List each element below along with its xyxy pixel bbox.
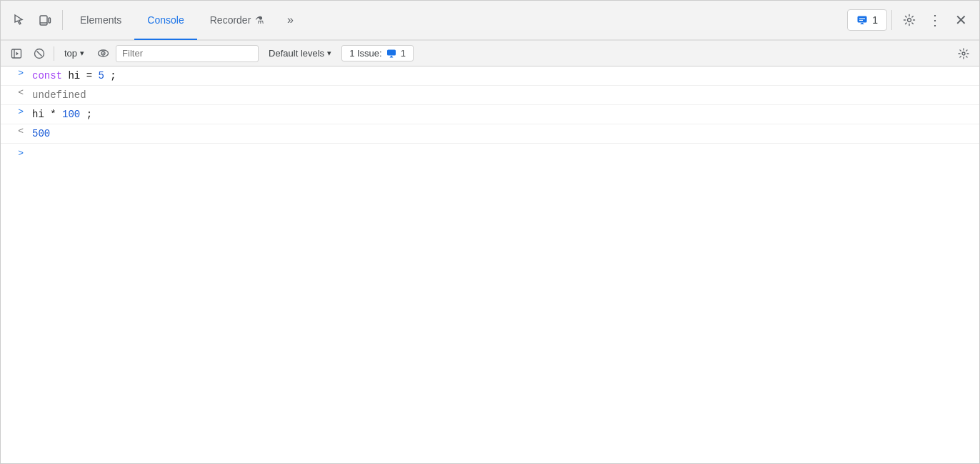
- more-panels-button[interactable]: »: [277, 7, 303, 33]
- console-line-3: > hi * 100 ;: [1, 105, 979, 124]
- frame-selector[interactable]: top ▾: [59, 46, 90, 60]
- settings-button[interactable]: [896, 7, 922, 33]
- identifier-hi: hi: [68, 70, 80, 82]
- live-expressions-button[interactable]: [93, 44, 113, 64]
- more-dots-icon: ⋮: [928, 11, 943, 29]
- close-icon: ✕: [955, 11, 967, 29]
- console-line-2: < undefined: [1, 86, 979, 105]
- console-input-line: >: [1, 144, 979, 162]
- line-content-3: hi * 100 ;: [29, 107, 979, 122]
- input-arrow-1: >: [1, 68, 29, 79]
- recorder-label: Recorder: [210, 14, 251, 26]
- device-icon: [39, 14, 51, 26]
- line-content-4: 500: [29, 126, 979, 142]
- num-100: 100: [62, 109, 80, 120]
- tab-elements[interactable]: Elements: [67, 0, 134, 40]
- input-arrow-2: >: [1, 107, 29, 117]
- filter-input[interactable]: [116, 45, 259, 62]
- console-gear-icon: [958, 48, 969, 59]
- console-line-1: > const hi = 5 ;: [1, 66, 979, 86]
- tab-console[interactable]: Console: [134, 0, 196, 40]
- keyword-const: const: [32, 70, 62, 82]
- clear-icon: [34, 48, 45, 59]
- svg-line-11: [36, 51, 41, 56]
- issues-badge[interactable]: 1 Issue: 1: [341, 45, 414, 61]
- svg-point-14: [102, 53, 104, 54]
- svg-rect-1: [49, 18, 51, 23]
- console-line-4: < 500: [1, 124, 979, 144]
- issues-count: 1: [401, 48, 406, 59]
- sidebar-icon: [11, 48, 22, 59]
- line-content-2: undefined: [29, 87, 979, 103]
- op-semi-2: ;: [86, 109, 92, 120]
- tab-recorder[interactable]: Recorder ⚗: [197, 0, 278, 40]
- toolbar-divider-1: [62, 10, 63, 30]
- messages-count: 1: [872, 14, 878, 26]
- result-500: 500: [32, 128, 50, 139]
- messages-badge[interactable]: 1: [847, 9, 887, 31]
- devtools-panel: Elements Console Recorder ⚗ » 1: [0, 0, 980, 464]
- cursor-button[interactable]: [6, 7, 32, 33]
- svg-point-16: [962, 52, 965, 55]
- recorder-flask-icon: ⚗: [255, 14, 264, 26]
- console-input[interactable]: [29, 147, 979, 159]
- issues-message-icon: [386, 49, 396, 59]
- output-arrow-2: <: [1, 126, 29, 137]
- cursor-icon: [13, 14, 26, 26]
- eye-icon: [97, 47, 109, 59]
- show-console-sidebar-button[interactable]: [6, 44, 26, 64]
- input-prompt-arrow: >: [1, 148, 29, 159]
- chevron-down-icon: ▾: [80, 49, 84, 58]
- identifier-hi-2: hi: [32, 109, 44, 120]
- console-toolbar: top ▾ Default levels ▾ 1 Issue: 1: [1, 41, 979, 66]
- gear-icon: [903, 14, 916, 26]
- svg-rect-3: [858, 16, 867, 23]
- svg-rect-0: [40, 16, 47, 25]
- output-arrow-1: <: [1, 87, 29, 98]
- text-undefined: undefined: [32, 89, 86, 101]
- op-assign-1: =: [86, 70, 99, 82]
- svg-marker-9: [16, 51, 19, 55]
- top-toolbar: Elements Console Recorder ⚗ » 1: [1, 1, 979, 41]
- console-settings-button[interactable]: [954, 44, 974, 64]
- device-toolbar-button[interactable]: [32, 7, 58, 33]
- issues-text: 1 Issue:: [349, 48, 382, 59]
- op-multiply: *: [50, 109, 62, 120]
- more-options-button[interactable]: ⋮: [922, 7, 948, 33]
- svg-point-6: [908, 19, 911, 22]
- message-icon: [856, 14, 868, 26]
- line-content-1: const hi = 5 ;: [29, 68, 979, 84]
- op-semi-1: ;: [110, 70, 116, 82]
- console-divider-1: [54, 46, 54, 61]
- close-devtools-button[interactable]: ✕: [948, 7, 974, 33]
- clear-console-button[interactable]: [29, 44, 49, 64]
- levels-label: Default levels: [269, 48, 324, 59]
- levels-chevron-icon: ▾: [327, 49, 331, 58]
- toolbar-divider-2: [891, 10, 892, 30]
- frame-label: top: [64, 48, 77, 59]
- svg-rect-15: [387, 49, 396, 55]
- log-levels-button[interactable]: Default levels ▾: [261, 46, 339, 60]
- num-5: 5: [98, 70, 104, 82]
- console-output: > const hi = 5 ; < undefined > hi * 100: [1, 66, 979, 463]
